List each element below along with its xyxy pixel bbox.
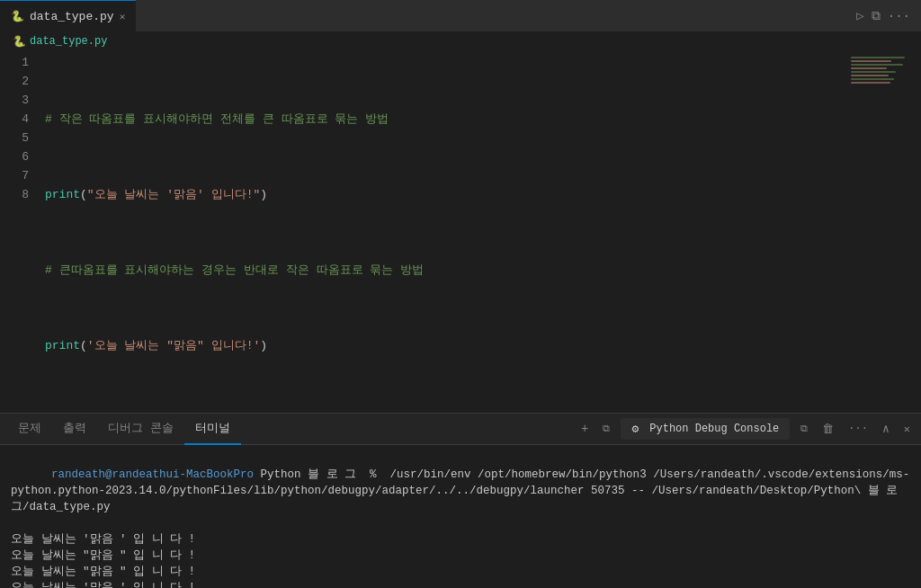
terminal-split-button[interactable]: ⧉ [797,422,811,436]
line-num-2: 2 [0,72,29,91]
tab-problems[interactable]: 문제 [7,414,52,445]
split-editor-button[interactable]: ⧉ [872,9,881,23]
code-text-5: # \" : 큰따옴표를 문자열로 사용합니다. [45,412,279,413]
terminal-line-3: 오늘 날씨는 "맑음 " 입 니 다 ! [11,548,910,564]
terminal-line-2: 오늘 날씨는 '맑음 ' 입 니 다 ! [11,531,910,548]
line-numbers: 1 2 3 4 5 6 7 8 [0,51,38,413]
panel-tab-bar: 문제 출력 디버그 콘솔 터미널 + ⧉ ⚙ Python Debug Cons… [0,414,921,445]
line-num-1: 1 [0,53,29,72]
paren-close-2: ) [260,185,267,204]
tab-close-button[interactable]: ✕ [120,11,126,22]
tab-terminal[interactable]: 터미널 [184,414,241,445]
tab-output[interactable]: 출력 [52,414,97,445]
terminal-content[interactable]: randeath@randeathui-MacBookPro Python 블 … [0,445,921,588]
file-tab[interactable]: 🐍 data_type.py ✕ [0,0,136,31]
code-editor[interactable]: # 작은 따옴표를 표시해야하면 전체를 큰 따옴표로 묶는 방법 print(… [38,51,847,413]
breadcrumb-filename: data_type.py [30,35,107,48]
file-tab-icon: 🐍 [11,10,24,23]
code-line-4: print('오늘 날씨는 "맑음" 입니다!') [45,336,847,355]
paren-open-2: ( [80,185,87,204]
panel-close-button[interactable]: ✕ [900,421,914,438]
code-line-1: # 작은 따옴표를 표시해야하면 전체를 큰 따옴표로 묶는 방법 [45,110,847,129]
code-text-1: # 작은 따옴표를 표시해야하면 전체를 큰 따옴표로 묶는 방법 [45,110,389,129]
panel-actions: + ⧉ ⚙ Python Debug Console ⧉ 🗑 ··· ∧ ✕ [577,418,914,440]
add-terminal-button[interactable]: + [577,420,592,438]
terminal-line-1: randeath@randeathui-MacBookPro Python 블 … [11,450,910,531]
paren-open-4: ( [80,336,87,355]
split-terminal-button[interactable]: ⧉ [599,422,613,436]
tab-bar: 🐍 data_type.py ✕ ▷ ⧉ ··· [0,0,921,31]
line-num-3: 3 [0,91,29,110]
terminal-line-5: 오늘 날씨는 '맑음 ' 입 니 다 ! [11,580,910,588]
terminal-line-4: 오늘 날씨는 "맑음 " 입 니 다 ! [11,564,910,580]
file-tab-name: data_type.py [30,10,114,23]
line-num-6: 6 [0,147,29,166]
terminal-prompt: randeath@randeathui-MacBookPro [51,468,254,481]
breadcrumb: 🐍 data_type.py [0,31,921,51]
terminal-more-button[interactable]: ··· [845,421,872,437]
paren-close-4: ) [260,336,267,355]
run-button[interactable]: ▷ [856,8,863,23]
code-line-3: # 큰따옴표를 표시해야하는 경우는 반대로 작은 따옴표로 묶는 방법 [45,261,847,280]
python-debug-icon: ⚙ [628,420,642,438]
string-4: '오늘 날씨는 "맑음" 입니다!' [87,336,260,355]
more-actions-button[interactable]: ··· [888,9,910,23]
editor-scrollbar[interactable] [910,51,921,413]
code-line-5: # \" : 큰따옴표를 문자열로 사용합니다. [45,412,847,413]
bottom-panel: 문제 출력 디버그 콘솔 터미널 + ⧉ ⚙ Python Debug Cons… [0,413,921,588]
keyword-print-2: print [45,185,80,204]
line-num-5: 5 [0,129,29,147]
python-debug-console-label[interactable]: ⚙ Python Debug Console [621,418,790,440]
line-num-8: 8 [0,185,29,204]
keyword-print-4: print [45,336,80,355]
code-line-2: print("오늘 날씨는 '맑음' 입니다!") [45,185,847,204]
line-num-7: 7 [0,166,29,185]
editor-area: 1 2 3 4 5 6 7 8 # 작은 따옴표를 표시해야하면 전체를 큰 따… [0,51,921,413]
code-text-3: # 큰따옴표를 표시해야하는 경우는 반대로 작은 따옴표로 묶는 방법 [45,261,424,280]
line-num-4: 4 [0,110,29,129]
string-2: "오늘 날씨는 '맑음' 입니다!" [87,185,260,204]
breadcrumb-icon: 🐍 [13,35,26,49]
minimap [847,51,910,413]
terminal-trash-button[interactable]: 🗑 [818,421,837,438]
tab-actions: ▷ ⧉ ··· [856,8,921,23]
tab-debug-console[interactable]: 디버그 콘솔 [97,414,184,445]
panel-collapse-button[interactable]: ∧ [879,420,893,438]
